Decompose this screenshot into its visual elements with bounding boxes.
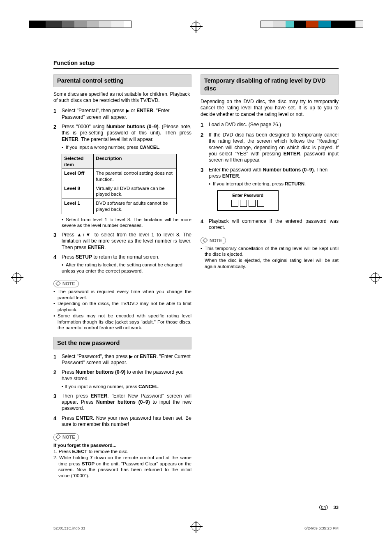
password-box-title: Enter Password bbox=[218, 191, 278, 200]
digit-box bbox=[240, 200, 247, 207]
table-cell: Virtually all DVD software can be played… bbox=[94, 184, 177, 199]
step-body: Then press ENTER. "Enter New Password" s… bbox=[62, 393, 191, 412]
step-number: 4 bbox=[53, 254, 62, 274]
page-content: Function setup Parental control setting … bbox=[53, 60, 339, 479]
note-item: Depending on the discs, the TV/DVD may n… bbox=[58, 301, 191, 312]
forget-step: 2. While holding 7 down on the remote co… bbox=[53, 455, 191, 479]
note-badge: NOTE bbox=[53, 280, 79, 287]
note-item: The password is required every time when… bbox=[58, 289, 191, 301]
sub-bullet: •After the rating is locked, the setting… bbox=[62, 262, 191, 274]
note-icon bbox=[55, 434, 61, 440]
table-header: Selected item bbox=[62, 154, 94, 169]
table-cell: Level Off bbox=[62, 169, 94, 184]
registration-cross-right bbox=[371, 273, 380, 282]
step-body: Load a DVD disc. (See page 26.) bbox=[209, 122, 339, 129]
table-cell: The parental control setting does not fu… bbox=[94, 169, 177, 184]
step-body: Enter the password with Number buttons (… bbox=[209, 167, 339, 215]
step-number: 2 bbox=[201, 132, 209, 164]
note-badge: NOTE bbox=[201, 237, 226, 244]
notes-list: •The password is required every time whe… bbox=[53, 289, 191, 331]
subsection-title: Temporary disabling of rating level by D… bbox=[201, 74, 339, 95]
intro-text: Depending on the DVD disc, the disc may … bbox=[201, 99, 339, 118]
note-icon bbox=[203, 238, 208, 243]
step-body: Select "Parental", then press ▶ or ENTER… bbox=[62, 108, 191, 120]
note-item: This temporary cancellation of the ratin… bbox=[205, 245, 339, 270]
step-number: 2 bbox=[53, 124, 62, 150]
lang-badge: EN bbox=[319, 505, 328, 510]
sub-bullet: •If you interrupt the entering, press RE… bbox=[209, 181, 339, 187]
subsection-title: Set the new password bbox=[53, 337, 191, 349]
step-body: Playback will commence if the entered pa… bbox=[209, 218, 339, 231]
sub-bullet: • If you input a wrong number, press CAN… bbox=[62, 384, 191, 390]
print-timestamp: 6/24/09 5:35:23 PM bbox=[304, 526, 339, 530]
step-number: 1 bbox=[201, 122, 209, 129]
levels-table: Selected itemDescription Level OffThe pa… bbox=[62, 154, 177, 214]
table-footnote: •Select from level 1 to level 8. The lim… bbox=[62, 217, 191, 229]
digit-box bbox=[231, 200, 238, 207]
registration-cross-left bbox=[12, 273, 21, 282]
table-cell: Level 8 bbox=[62, 184, 94, 199]
left-column: Parental control setting Some discs are … bbox=[53, 74, 191, 479]
step-number: 4 bbox=[53, 415, 62, 428]
step-number: 4 bbox=[201, 218, 209, 231]
note-icon bbox=[55, 281, 61, 287]
print-footer: 52J0131C.indb 33 6/24/09 5:35:23 PM bbox=[53, 526, 339, 530]
print-file: 52J0131C.indb 33 bbox=[53, 526, 85, 530]
color-bar-right bbox=[261, 21, 363, 28]
right-column: Temporary disabling of rating level by D… bbox=[201, 74, 339, 479]
step-body: Press SETUP to return to the normal scre… bbox=[62, 254, 191, 274]
registration-cross-top bbox=[191, 22, 201, 31]
password-digits bbox=[218, 200, 278, 210]
step-number: 3 bbox=[53, 393, 62, 412]
notes-list: • This temporary cancellation of the rat… bbox=[201, 245, 339, 270]
table-header: Description bbox=[94, 154, 177, 169]
step-body: If the DVD disc has been designed to tem… bbox=[209, 132, 339, 164]
step-body: Press ENTER. Now your new password has b… bbox=[62, 415, 191, 428]
step-number: 2 bbox=[53, 369, 62, 389]
step-body: Select "Password", then press ▶ or ENTER… bbox=[62, 354, 191, 366]
forget-heading: If you forget the password... bbox=[53, 442, 191, 449]
table-cell: DVD software for adults cannot be played… bbox=[94, 199, 177, 214]
digit-box bbox=[257, 200, 264, 207]
password-entry-box: Enter Password bbox=[217, 190, 279, 211]
step-number: 3 bbox=[201, 167, 209, 215]
note-item: Some discs may not be encoded with speci… bbox=[58, 313, 191, 331]
forget-step: 1. Press EJECT to remove the disc. bbox=[53, 449, 191, 455]
step-number: 1 bbox=[53, 108, 62, 120]
subsection-title: Parental control setting bbox=[53, 74, 191, 87]
step-body: Press Number buttons (0-9) to enter the … bbox=[62, 369, 191, 389]
color-bar-left bbox=[29, 21, 131, 28]
step-body: Press ▲/▼ to select from the level 1 to … bbox=[62, 232, 191, 251]
step-number: 3 bbox=[53, 232, 62, 251]
intro-text: Some discs are specified as not suitable… bbox=[53, 91, 191, 104]
step-body: Press "0000" using Number buttons (0–9).… bbox=[62, 124, 191, 150]
note-badge: NOTE bbox=[53, 433, 79, 441]
digit-box bbox=[249, 200, 256, 207]
step-number: 1 bbox=[53, 354, 62, 366]
section-heading: Function setup bbox=[53, 60, 339, 69]
table-cell: Level 1 bbox=[62, 199, 94, 214]
sub-bullet: •If you input a wrong number, press CANC… bbox=[62, 144, 191, 150]
page-footer: EN - 33 bbox=[319, 505, 339, 510]
